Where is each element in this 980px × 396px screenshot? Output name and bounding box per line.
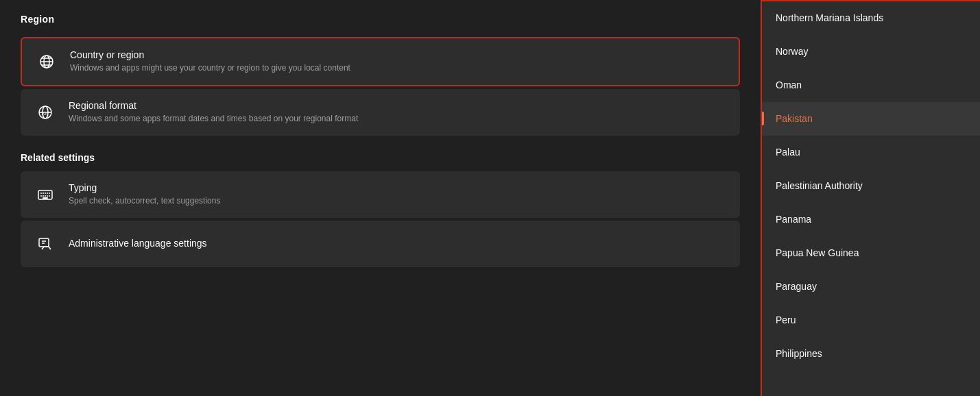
list-item[interactable]: Peru [762, 304, 980, 337]
globe-icon [34, 49, 59, 74]
admin-language-item[interactable]: Administrative language settings [21, 221, 740, 267]
typing-title: Typing [69, 182, 220, 193]
typing-text: Typing Spell check, autocorrect, text su… [69, 182, 220, 207]
keyboard-icon [33, 182, 58, 207]
list-item[interactable]: Palestinian Authority [762, 169, 980, 203]
list-item[interactable]: Papua New Guinea [762, 236, 980, 270]
country-region-subtitle: Windows and apps might use your country … [70, 62, 350, 74]
country-region-title: Country or region [70, 49, 350, 60]
list-item-pakistan[interactable]: Pakistan [762, 102, 980, 136]
section-title: Region [21, 14, 740, 25]
regional-format-title: Regional format [69, 100, 358, 111]
list-item[interactable]: Panama [762, 203, 980, 236]
country-list: Northern Mariana Islands Norway Oman Pak… [762, 1, 980, 396]
list-item[interactable]: Philippines [762, 337, 980, 371]
language-icon [33, 232, 58, 256]
country-dropdown-panel: Northern Mariana Islands Norway Oman Pak… [761, 0, 980, 396]
country-or-region-item[interactable]: Country or region Windows and apps might… [21, 37, 740, 86]
admin-language-title: Administrative language settings [69, 238, 207, 249]
typing-subtitle: Spell check, autocorrect, text suggestio… [69, 195, 220, 207]
main-content: Region Country or region Windows and app… [0, 0, 761, 396]
list-item[interactable]: Northern Mariana Islands [762, 1, 980, 35]
svg-rect-21 [39, 238, 49, 247]
regional-icon: Az [33, 100, 58, 125]
svg-text:Az: Az [42, 112, 47, 116]
regional-format-text: Regional format Windows and some apps fo… [69, 100, 358, 125]
regional-format-item[interactable]: Az Regional format Windows and some apps… [21, 89, 740, 136]
list-item[interactable]: Palau [762, 136, 980, 169]
typing-item[interactable]: Typing Spell check, autocorrect, text su… [21, 171, 740, 218]
regional-format-subtitle: Windows and some apps format dates and t… [69, 113, 358, 125]
admin-language-text: Administrative language settings [69, 238, 207, 251]
list-item[interactable]: Oman [762, 69, 980, 102]
related-settings-title: Related settings [21, 152, 740, 163]
list-item[interactable]: Paraguay [762, 270, 980, 304]
country-region-text: Country or region Windows and apps might… [70, 49, 350, 74]
list-item[interactable]: Norway [762, 35, 980, 69]
